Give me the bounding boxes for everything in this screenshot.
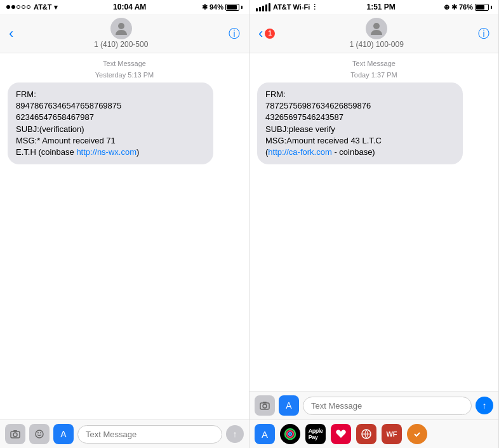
message-bubble-1: FRM:894786763465476587698756234654765846… bbox=[8, 82, 213, 164]
avatar-2[interactable] bbox=[366, 18, 387, 39]
carrier-2: AT&T Wi-Fi bbox=[273, 3, 310, 11]
sticker-icon-1[interactable] bbox=[29, 424, 50, 444]
time-1: 10:04 AM bbox=[113, 3, 146, 11]
bar5 bbox=[269, 3, 270, 11]
svg-point-6 bbox=[40, 432, 41, 433]
message-bubble-2: FRM:787257569876346268598764326569754624… bbox=[257, 82, 463, 164]
svg-point-5 bbox=[37, 432, 39, 433]
svg-point-7 bbox=[373, 23, 380, 29]
bubble-text-1: FRM:894786763465476587698756234654765846… bbox=[16, 89, 139, 157]
wifi-icon-2: ⋮ bbox=[311, 3, 318, 11]
battery-pct-1: 94% bbox=[210, 3, 223, 11]
camera-icon-1[interactable] bbox=[5, 424, 25, 444]
back-button-2[interactable]: ‹ 1 bbox=[258, 25, 275, 42]
msg-timestamp-2: Today 1:37 PM bbox=[257, 71, 491, 79]
nav-bar-2: ‹ 1 1 (410) 100-009 ⓘ bbox=[250, 14, 498, 53]
appstore-icon-1[interactable]: A bbox=[53, 424, 74, 444]
dock-wf[interactable]: WF bbox=[382, 424, 402, 444]
msg-timestamp-1: Yesterday 5:13 PM bbox=[8, 71, 241, 79]
camera-icon-2[interactable] bbox=[255, 395, 275, 416]
bubble-link-1[interactable]: http://ns-wx.com bbox=[76, 147, 136, 157]
msg-label-2: Text Message bbox=[257, 60, 491, 67]
app-dock-2: A ApplePay WF bbox=[250, 419, 498, 448]
dock-globe[interactable] bbox=[356, 424, 376, 444]
status-left-2: AT&T Wi-Fi ⋮ bbox=[256, 3, 318, 11]
svg-rect-10 bbox=[263, 402, 267, 403]
nav-phone-1: 1 (410) 200-500 bbox=[94, 40, 148, 49]
appstore-icon-2[interactable]: A bbox=[279, 395, 299, 416]
svg-rect-3 bbox=[13, 430, 17, 432]
status-bar-2: AT&T Wi-Fi ⋮ 1:51 PM ⊕ ✱ 76% bbox=[250, 0, 498, 14]
dot2 bbox=[11, 5, 15, 9]
nav-center-1: 1 (410) 200-500 bbox=[94, 18, 148, 49]
info-button-2[interactable]: ⓘ bbox=[478, 26, 489, 41]
message-area-2: Text Message Today 1:37 PM FRM:787257569… bbox=[250, 53, 498, 391]
bluetooth-icon-2: ✱ bbox=[451, 3, 457, 11]
svg-point-4 bbox=[36, 430, 43, 438]
bar2 bbox=[259, 7, 261, 11]
bar1 bbox=[256, 8, 258, 11]
chevron-left-icon-2: ‹ bbox=[258, 25, 263, 42]
send-button-1[interactable]: ↑ bbox=[226, 425, 244, 443]
dot5 bbox=[27, 5, 30, 9]
back-badge-2: 1 bbox=[265, 29, 275, 39]
svg-point-16 bbox=[413, 430, 422, 438]
battery-fill-2 bbox=[476, 5, 484, 10]
avatar-1[interactable] bbox=[110, 18, 132, 39]
phone-screen-1: AT&T ▾ 10:04 AM ✱ 94% ‹ 1 (410) 200-500 bbox=[0, 0, 250, 448]
chevron-left-icon-1: ‹ bbox=[9, 25, 13, 42]
dock-orange[interactable] bbox=[407, 424, 427, 444]
bluetooth-icon-1: ✱ bbox=[202, 3, 208, 11]
send-button-2[interactable]: ↑ bbox=[476, 397, 493, 414]
msg-label-1: Text Message bbox=[8, 60, 241, 67]
status-right-1: ✱ 94% bbox=[202, 3, 243, 11]
signal-dots-1 bbox=[6, 5, 30, 9]
dock-appstore[interactable]: A bbox=[255, 424, 275, 444]
text-input-1[interactable] bbox=[77, 425, 222, 444]
back-button-1[interactable]: ‹ bbox=[9, 25, 13, 42]
signal-bars-1: ▾ bbox=[54, 3, 58, 11]
nav-center-2: 1 (410) 100-009 bbox=[349, 18, 403, 49]
battery-tip-1 bbox=[241, 6, 243, 9]
dock-heartrate[interactable] bbox=[331, 424, 351, 444]
dot1 bbox=[6, 5, 10, 9]
focus-icon-2: ⊕ bbox=[444, 3, 449, 11]
signal-bars-2 bbox=[256, 3, 270, 11]
phone-screen-2: AT&T Wi-Fi ⋮ 1:51 PM ⊕ ✱ 76% ‹ 1 bbox=[250, 0, 499, 448]
bar3 bbox=[262, 6, 264, 11]
bubble-link-2[interactable]: http://ca-fork.com bbox=[268, 147, 331, 157]
input-bar-2: A ↑ bbox=[250, 391, 498, 419]
battery-1 bbox=[225, 4, 239, 11]
text-input-2[interactable] bbox=[303, 397, 472, 415]
nav-phone-2: 1 (410) 100-009 bbox=[349, 40, 403, 49]
svg-point-12 bbox=[287, 431, 293, 437]
time-2: 1:51 PM bbox=[366, 3, 395, 11]
svg-point-9 bbox=[263, 404, 267, 408]
svg-point-13 bbox=[289, 433, 291, 435]
dot4 bbox=[22, 5, 25, 9]
battery-pct-2: 76% bbox=[459, 3, 473, 11]
carrier-1: AT&T bbox=[34, 3, 52, 11]
status-left-1: AT&T ▾ bbox=[6, 3, 58, 11]
dock-activity[interactable] bbox=[280, 424, 300, 444]
info-button-1[interactable]: ⓘ bbox=[229, 26, 240, 41]
message-area-1: Text Message Yesterday 5:13 PM FRM:89478… bbox=[0, 53, 249, 419]
input-bar-1: A ↑ bbox=[0, 419, 249, 448]
svg-point-2 bbox=[13, 433, 17, 437]
bubble-text-2: FRM:787257569876346268598764326569754624… bbox=[265, 89, 382, 157]
bar4 bbox=[265, 4, 267, 11]
svg-point-0 bbox=[118, 23, 124, 29]
dot3 bbox=[17, 5, 20, 9]
dock-applepay[interactable]: ApplePay bbox=[305, 424, 326, 444]
status-bar-1: AT&T ▾ 10:04 AM ✱ 94% bbox=[0, 0, 249, 14]
battery-tip-2 bbox=[491, 6, 492, 9]
battery-2 bbox=[475, 4, 489, 11]
battery-fill-1 bbox=[227, 5, 237, 10]
status-right-2: ⊕ ✱ 76% bbox=[444, 3, 492, 11]
nav-bar-1: ‹ 1 (410) 200-500 ⓘ bbox=[0, 14, 249, 53]
